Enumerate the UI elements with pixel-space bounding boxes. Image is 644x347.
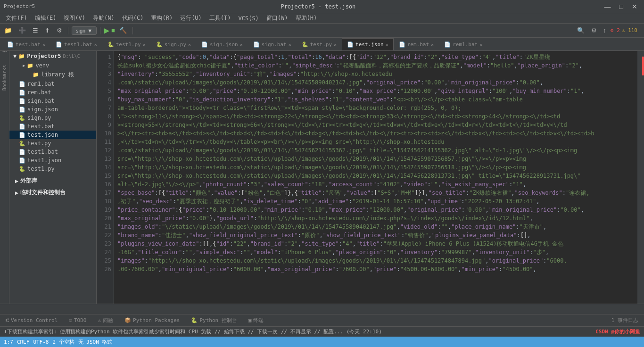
bottom-tab-todo[interactable]: ☑ TODO	[63, 315, 92, 325]
menu-run[interactable]: 运行(U)	[176, 13, 206, 23]
sidebar-item-rembat[interactable]: 📄 rem.bat	[9, 88, 96, 97]
minimize-button[interactable]: —	[602, 2, 614, 11]
bottom-tab-python-console[interactable]: 🐍 Python 控制台	[185, 315, 242, 326]
sidebar-project-header[interactable]: ▼ 📁 Projector5 D:\L\C	[9, 51, 96, 61]
search-button[interactable]: 🔍	[575, 26, 587, 35]
warning-count: ⚠ 110	[622, 27, 637, 33]
tab-icon: 🐍	[302, 41, 308, 48]
tab-close-test1-py[interactable]: ✕	[143, 42, 146, 47]
tab-rem1-bat[interactable]: 📄 rem1.bat ✕	[439, 38, 487, 50]
editor-content[interactable]: 12345 678910 1112131415 1617181920 21222…	[97, 51, 644, 304]
folder-icon: 📁	[27, 63, 33, 69]
close-button[interactable]: ✕	[629, 2, 640, 11]
tab-close-sign-py[interactable]: ✕	[188, 42, 191, 47]
toolbar-collapse-icon[interactable]: ⬆	[42, 26, 52, 35]
bottom-tab-events[interactable]: 1 事件日志	[606, 315, 644, 326]
right-scrollbar[interactable]	[637, 51, 644, 304]
issues-icon: ⚠	[98, 317, 101, 323]
bottom-tab-version-control[interactable]: ⑆ Version Control	[0, 315, 63, 325]
settings-button[interactable]: ⚙	[589, 26, 599, 35]
sidebar-item-venv[interactable]: ▶ 📁 venv	[9, 61, 96, 70]
tab-close-test1-bat[interactable]: ✕	[94, 42, 97, 47]
sidebar-item-signbat[interactable]: 📄 sign.bat	[9, 97, 96, 105]
bottom-tab-terminal[interactable]: ▣ 终端	[243, 315, 270, 326]
file-icon: 🐍	[19, 140, 25, 147]
tab-sign-bat[interactable]: 📄 sign.bat ✕	[248, 38, 297, 50]
bookmarks-icon[interactable]: Bookmarks	[1, 61, 8, 94]
tab-close-test-bat[interactable]: ✕	[42, 42, 45, 47]
sidebar-external-lib[interactable]: ▶ 外部库	[9, 175, 96, 187]
project-name: Projector5	[27, 53, 61, 59]
tab-test-bat[interactable]: 📄 test.bat ✕	[2, 38, 50, 50]
tab-close-sign-bat[interactable]: ✕	[289, 42, 291, 47]
expand-arrow-icon: ▶	[15, 178, 18, 184]
menu-help[interactable]: 帮助(H)	[292, 13, 321, 23]
structure-icon[interactable]: 结构	[0, 53, 9, 60]
menu-nav[interactable]: 导航(N)	[89, 13, 118, 23]
sidebar-item-signjson[interactable]: 📄 sign.json	[9, 105, 96, 114]
menu-edit[interactable]: 编辑(E)	[31, 13, 60, 23]
main-area: 结构 Bookmarks ▼ 📁 Projector5 D:\L\C ▶ 📁 v…	[0, 51, 644, 304]
sidebar-item-library[interactable]: ▶ 📁 library 根	[9, 70, 96, 80]
tab-close-test-py[interactable]: ✕	[334, 42, 337, 47]
toolbar-separator-2	[100, 27, 100, 34]
tab-icon: 🐍	[156, 41, 163, 48]
title-bar-left: Projector5	[4, 3, 35, 9]
left-sidebar-icons: 结构 Bookmarks	[0, 51, 9, 304]
bottom-tab-issues[interactable]: ⚠ 问题	[92, 315, 119, 326]
file-icon: 📄	[19, 81, 25, 87]
sidebar-item-test1json[interactable]: 📄 test1.json	[9, 156, 96, 165]
menu-tools[interactable]: 工具(T)	[206, 13, 235, 23]
tab-sign-json[interactable]: 📄 sign.json ✕	[196, 38, 248, 50]
menu-window[interactable]: 窗口(W)	[263, 13, 292, 23]
sidebar-item-testjson[interactable]: 📄 test.json	[9, 131, 96, 139]
code-text[interactable]: {"msg": "success","code":0,"data":{"page…	[114, 51, 637, 304]
run-button[interactable]: ▶	[104, 26, 109, 35]
toolbar-settings-icon[interactable]: ⚙	[54, 26, 65, 35]
tab-rem-bat[interactable]: 📄 rem.bat ✕	[394, 38, 439, 50]
toolbar-folder-icon[interactable]: 📁	[2, 26, 14, 35]
toolbar-add-icon[interactable]: ➕	[16, 26, 28, 35]
tab-test-json[interactable]: 📄 test.json ✕	[342, 38, 394, 50]
sign-button[interactable]: sign ▼	[72, 26, 97, 35]
tab-test1-bat[interactable]: 📄 test1.bat ✕	[50, 38, 102, 50]
folder-icon: 📁	[18, 53, 25, 59]
sidebar-scratch[interactable]: ▶ 临时文件和控制台	[9, 187, 96, 198]
build-button[interactable]: 🔨	[117, 26, 129, 35]
tab-icon: 📄	[253, 41, 260, 48]
bottom-tab-python-packages[interactable]: 📦 Python Packages	[119, 315, 185, 325]
tab-close-rem1-bat[interactable]: ✕	[479, 42, 482, 47]
title-bar: Projector5 Projector5 - test.json — □ ✕	[0, 0, 644, 13]
sidebar-item-rem1bat[interactable]: 📄 rem1.bat	[9, 80, 96, 88]
debug-button[interactable]: ■	[111, 27, 115, 34]
status-indent: 2 个空格	[53, 339, 74, 346]
maximize-button[interactable]: □	[617, 2, 626, 11]
tab-close-rem-bat[interactable]: ✕	[431, 42, 434, 47]
tab-close-test-json[interactable]: ✕	[386, 42, 388, 47]
sidebar-item-testbat[interactable]: 📄 test.bat	[9, 122, 96, 131]
menu-vcs[interactable]: VCS(S)	[235, 14, 263, 23]
menu-file[interactable]: 文件(F)	[2, 13, 31, 23]
tab-icon: 📄	[201, 41, 208, 48]
menu-code[interactable]: 代码(C)	[118, 13, 148, 23]
tab-test-py[interactable]: 🐍 test.py ✕	[297, 38, 342, 50]
menu-refactor[interactable]: 重构(R)	[147, 13, 176, 23]
todo-icon: ☑	[69, 317, 72, 323]
toolbar-list-icon[interactable]: ☰	[30, 26, 41, 35]
error-count: ⊗ 2	[611, 27, 620, 33]
editor-area: 12345 678910 1112131415 1617181920 21222…	[97, 51, 644, 304]
sidebar-item-signpy[interactable]: 🐍 sign.py	[9, 114, 96, 122]
tab-test1-py[interactable]: 🐍 test1.py ✕	[102, 38, 151, 50]
sidebar: ▼ 📁 Projector5 D:\L\C ▶ 📁 venv ▶ 📁 libra…	[9, 51, 97, 304]
sidebar-item-test1bat[interactable]: 📄 test1.bat	[9, 148, 96, 156]
menu-view[interactable]: 视图(V)	[60, 13, 89, 23]
file-icon: 📄	[19, 149, 25, 155]
bottom-tab-bar: ⑆ Version Control ☑ TODO ⚠ 问题 📦 Python P…	[0, 314, 644, 326]
tab-sign-py[interactable]: 🐍 sign.py ✕	[151, 38, 196, 50]
sidebar-item-testpy[interactable]: 🐍 test.py	[9, 139, 96, 148]
tab-close-sign-json[interactable]: ✕	[240, 42, 243, 47]
sidebar-item-test1py[interactable]: 🐍 test1.py	[9, 165, 96, 173]
vcs-up-button[interactable]: ↑	[601, 26, 609, 35]
scroll-thumb[interactable]	[642, 57, 644, 75]
status-format: 无 JSON 格式	[78, 339, 113, 346]
